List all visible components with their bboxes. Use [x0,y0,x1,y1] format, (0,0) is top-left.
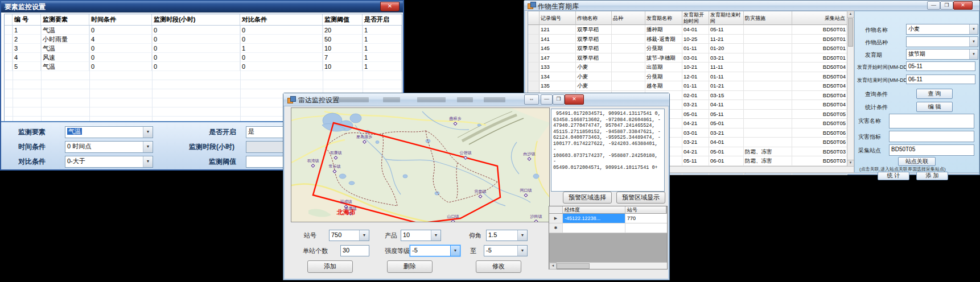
table-row[interactable]: 5气温000101 [5,62,402,71]
edit-button[interactable]: 编 辑 [916,102,953,112]
element-dropdown[interactable]: 气温 ▾ [65,126,153,138]
station-cell[interactable]: 770 [625,214,666,223]
chevron-down-icon[interactable]: ▾ [143,142,153,152]
monitor-window-titlebar[interactable]: 要素监控设置 [1,1,403,13]
chevron-down-icon[interactable]: ▾ [969,49,978,59]
table-row[interactable]: 4风速00071 [5,53,402,62]
delete-button[interactable]: 删除 [387,260,433,273]
end-date-input[interactable]: 06-11 [906,74,975,84]
header-element[interactable]: 监测要素 [41,14,89,25]
station-cell[interactable] [625,223,666,233]
table-row[interactable]: 133小麦出苗期10-2111-11BD50T04 [528,63,847,72]
start-date-input[interactable]: 05-11 [906,61,975,71]
close-button[interactable]: ✕ [953,1,973,10]
chevron-down-icon[interactable]: ▾ [359,230,369,240]
minimize-button[interactable]: — [927,1,940,10]
maximize-button[interactable]: ❐ [940,1,953,10]
disaster-name-input[interactable] [889,114,974,128]
station-number-dropdown[interactable]: 750 ▾ [329,230,369,241]
titlebar-ghost [457,97,473,102]
chevron-down-icon[interactable]: ▾ [969,37,978,47]
header-crop-name[interactable]: 作物名称 [576,11,612,25]
table-row[interactable]: 121双季早稻播种期04-0105-11BD50T01 [528,25,847,35]
warning-area-show-button[interactable]: 预警区域显示 [616,192,665,204]
stage-dropdown[interactable]: 拔节期 ▾ [906,49,978,60]
chevron-down-icon[interactable]: ▾ [450,246,460,256]
add-button[interactable]: 添加 [307,260,353,273]
compare-dropdown[interactable]: 0-大于 ▾ [65,156,153,168]
intensity-level-dropdown[interactable]: -5 ▾ [410,245,460,256]
header-enabled[interactable]: 是否开启 [363,14,402,25]
chevron-down-icon[interactable]: ▾ [143,156,153,167]
grid-new-row[interactable]: ✱ [549,223,667,233]
header-time-condition[interactable]: 时间条件 [89,14,152,25]
grid-hscrollbar[interactable]: ◄ [549,262,667,269]
table-row[interactable]: 2小时雨量400501 [5,35,402,44]
grid-row[interactable]: ▶ -45122.12238... 770 [549,214,667,223]
product-value: 10 [403,231,410,238]
coords-cell[interactable]: -45122.12238... [563,214,625,223]
chevron-down-icon[interactable]: ▾ [143,127,153,138]
header-end-date[interactable]: 发育期结束时间 [709,11,744,25]
header-station[interactable]: 站号 [625,206,666,214]
header-prevention[interactable]: 防灾措施 [744,11,792,25]
header-variety[interactable]: 品种 [612,11,645,25]
variety-dropdown[interactable]: ▾ [906,36,978,47]
stat-button[interactable]: 统 计 [878,172,909,180]
chevron-down-icon[interactable]: ▾ [517,230,527,240]
header-start-date[interactable]: 发育期开始时间 [682,11,709,25]
coordinates-textbox[interactable]: 95491.0172034571, 909914.13117541 0, 634… [551,109,665,192]
header-stage-name[interactable]: 发育期名称 [645,11,682,25]
disaster-indicator-input[interactable] [889,131,974,142]
scroll-thumb[interactable] [557,263,590,269]
chevron-down-icon[interactable]: ▾ [517,246,527,256]
coords-cell[interactable] [563,223,625,233]
minimize-button[interactable]: — [541,94,553,105]
table-cell: 10-21 [682,63,709,72]
modify-button[interactable]: 修改 [476,260,521,273]
crop-grid-vscrollbar[interactable]: ▲ ▼ [847,11,854,167]
time-condition-dropdown[interactable]: 0 时间点 ▾ [65,141,153,153]
header-id[interactable]: 编 号 [13,14,41,25]
table-cell: 01-11 [682,81,709,90]
close-button[interactable]: ✕ [565,94,584,105]
header-threshold[interactable]: 监测阈值 [323,14,363,25]
crop-window-titlebar[interactable]: 作物生育期库 — ❐ ✕ [524,1,979,11]
to-level-dropdown[interactable]: -5 ▾ [484,245,528,256]
table-row[interactable]: 134小麦分蘖期12-0101-11BD50T04 [528,72,847,82]
header-period[interactable]: 监测时段(小时) [152,14,240,25]
table-row[interactable]: 141双季早稻移栽-返青期10-2511-21BD50T01 [528,35,847,44]
close-button[interactable]: ✕ [380,2,400,11]
header-compare[interactable]: 对比条件 [240,14,323,25]
chevron-down-icon[interactable]: ▾ [969,24,978,34]
chevron-down-icon[interactable]: ▾ [431,230,440,240]
add-button[interactable]: 添 加 [916,172,948,180]
table-row[interactable]: 3气温001101 [5,44,402,53]
crop-name-dropdown[interactable]: 小麦 ▾ [906,24,978,35]
table-row[interactable]: 147双季早稻拔节-孕穗期03-0103-21BD50T01 [528,53,847,63]
maximize-button[interactable]: ❐ [553,94,565,105]
table-row[interactable]: 145双季早稻分蘖期01-1101-20BD50T01 [528,44,847,53]
row-selector-icon[interactable]: ▶ [549,214,563,223]
scroll-thumb[interactable] [848,18,853,47]
elevation-dropdown[interactable]: 1.5 ▾ [486,230,528,241]
header-coords[interactable]: 经纬度 [563,206,625,214]
map-view[interactable]: 星岛湖乡石康镇石湾镇常乐镇曲樟乡公馆镇白沙镇闸口镇营盘镇福成镇南康镇山口镇沙田镇… [291,107,550,222]
resize-icon[interactable]: ⇔ [524,94,539,105]
table-row[interactable]: 1气温000201 [5,26,402,35]
station-link-button[interactable]: 站点关联 [898,157,936,166]
scroll-up-icon[interactable]: ▲ [847,11,854,18]
header-station[interactable]: 采集站点 [792,11,847,25]
table-row[interactable]: 135小麦越冬期01-1101-21BD50T04 [528,81,847,91]
station-input[interactable]: BD50T05 [889,144,974,156]
product-dropdown[interactable]: 10 ▾ [401,230,441,241]
header-record-id[interactable]: 记录编号 [540,11,576,25]
scroll-left-icon[interactable]: ◄ [549,263,557,269]
radar-window-titlebar[interactable]: 雷达监控设置 ⇔ — ❐ ✕ [283,93,669,106]
query-button[interactable]: 查 询 [916,89,953,99]
station-count-label: 单站个数 [303,247,328,255]
warning-area-select-button[interactable]: 预警区域选择 [563,192,612,204]
new-row-icon[interactable]: ✱ [549,223,563,233]
station-count-input[interactable]: 30 [340,245,369,256]
scroll-down-icon[interactable]: ▼ [847,160,854,166]
